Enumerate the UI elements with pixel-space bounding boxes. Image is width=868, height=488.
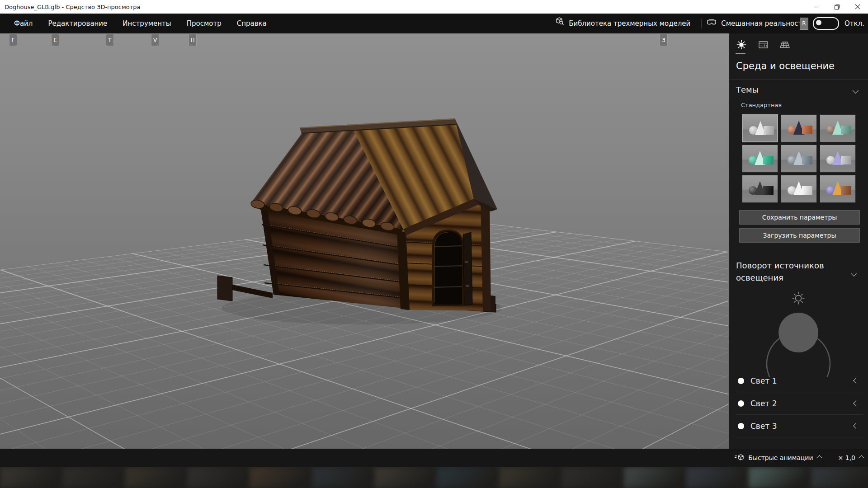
panel-title: Среда и освещение (736, 61, 835, 71)
key-hint-view: V (151, 34, 159, 46)
chevron-up-icon[interactable] (859, 455, 864, 461)
theme-tile-7[interactable] (742, 175, 778, 203)
theme-shape (764, 126, 774, 135)
chevron-left-icon[interactable] (853, 400, 859, 406)
panel-tabs (736, 39, 790, 51)
environment-panel: Среда и освещение Темы Стандартная Сохра… (729, 33, 868, 449)
restore-icon[interactable] (826, 0, 847, 14)
speed-control[interactable]: × 1,0 (838, 454, 863, 461)
key-hint-edit: E (51, 34, 59, 46)
animation-thumbnail[interactable] (62, 467, 125, 488)
menu-help[interactable]: Справка (229, 14, 274, 33)
menu-file[interactable]: Файл (6, 14, 40, 33)
menu-items: Файл Редактирование Инструменты Просмотр… (0, 14, 274, 33)
light-rotation-header-line2: освещения (736, 273, 783, 282)
library-label: Библиотека трехмерных моделей (569, 14, 690, 33)
animation-thumbnail[interactable] (686, 467, 749, 488)
divider (736, 437, 863, 437)
key-hint-file: F (9, 34, 17, 46)
theme-shape (802, 156, 812, 164)
stats-window-icon[interactable] (758, 39, 769, 51)
animation-thumbnail[interactable] (749, 467, 811, 488)
minimize-icon[interactable] (806, 0, 826, 14)
animation-thumbnail[interactable] (811, 467, 868, 488)
chevron-down-icon[interactable] (853, 88, 859, 94)
theme-shape (763, 186, 774, 195)
dial-knob[interactable] (778, 313, 818, 352)
close-icon[interactable] (847, 0, 868, 14)
bottom-bar: Быстрые анимации × 1,0 (0, 449, 868, 467)
window-title: Doghouse_GLB.glb - Средство 3D-просмотра (0, 4, 141, 10)
menu-tools[interactable]: Инструменты (115, 14, 179, 33)
theme-tile-6[interactable] (820, 145, 856, 173)
light-row-3[interactable]: Свет 3 (729, 415, 868, 437)
sun-handle-icon[interactable] (793, 292, 804, 304)
theme-tile-8[interactable] (781, 175, 817, 203)
theme-grid (742, 114, 856, 203)
menu-edit[interactable]: Редактирование (40, 14, 115, 33)
menubar: Файл Редактирование Инструменты Просмотр… (0, 14, 868, 33)
animation-thumbnail[interactable] (187, 467, 250, 488)
animation-thumbnail[interactable] (437, 467, 499, 488)
library-button[interactable]: Библиотека трехмерных моделей (548, 14, 697, 33)
light-label: Свет 1 (750, 376, 777, 385)
animation-thumbnail[interactable] (624, 467, 686, 488)
light-color-swatch[interactable] (738, 400, 744, 407)
chevron-up-icon[interactable] (816, 455, 822, 461)
theme-tile-2[interactable] (781, 114, 817, 142)
door-opening (433, 230, 463, 305)
3d-scene (0, 33, 729, 449)
light-color-swatch[interactable] (738, 423, 744, 429)
key-hint-help: H (189, 34, 197, 46)
save-settings-button[interactable]: Сохранить параметры (739, 210, 860, 225)
animation-thumbnail[interactable] (374, 467, 437, 488)
animation-thumbnail[interactable] (499, 467, 561, 488)
animation-thumbnail[interactable] (250, 467, 312, 488)
animation-thumbnail[interactable] (561, 467, 624, 488)
chevron-down-icon[interactable] (851, 271, 857, 277)
light-rotation-header-line1[interactable]: Поворот источников (736, 261, 824, 270)
window-controls (806, 0, 868, 14)
light-row-2[interactable]: Свет 2 (729, 392, 868, 414)
theme-selected-label: Стандартная (741, 102, 782, 108)
theme-tile-4[interactable] (742, 145, 778, 173)
theme-tile-9[interactable] (820, 175, 856, 203)
theme-shape (841, 126, 851, 134)
theme-tile-3[interactable] (820, 114, 856, 142)
chevron-left-icon[interactable] (853, 378, 859, 384)
light-label: Свет 2 (750, 399, 777, 408)
light-row-1[interactable]: Свет 1 (729, 370, 868, 392)
theme-tile-1[interactable] (742, 114, 778, 142)
panel-divider (729, 80, 868, 80)
animations-label: Быстрые анимации (748, 454, 813, 461)
light-color-swatch[interactable] (738, 378, 744, 384)
themes-header[interactable]: Темы (736, 85, 759, 94)
theme-shape (802, 186, 812, 195)
content-row: F E T V H 3 (0, 33, 868, 449)
animations-control[interactable]: Быстрые анимации (734, 453, 821, 463)
menu-view[interactable]: Просмотр (179, 14, 229, 33)
animated-cube-icon (734, 453, 744, 463)
hololens-icon (706, 18, 717, 29)
active-tab-indicator (736, 53, 745, 54)
theme-shape (802, 126, 812, 134)
animation-thumbnail[interactable] (0, 467, 62, 488)
mixed-reality-group: Смешанная реальность R Откл. (706, 17, 864, 30)
sun-icon[interactable] (736, 39, 747, 51)
theme-tile-5[interactable] (781, 145, 817, 173)
animation-thumbnail[interactable] (312, 467, 374, 488)
menubar-right: Библиотека трехмерных моделей Смешанная … (548, 14, 868, 33)
mixed-reality-state: Откл. (844, 19, 864, 28)
animation-thumbnail[interactable] (125, 467, 187, 488)
3d-viewport[interactable]: F E T V H 3 (0, 33, 729, 449)
light-rotation-dial[interactable] (729, 291, 868, 377)
doghouse-model[interactable] (217, 118, 502, 324)
chevron-left-icon[interactable] (853, 423, 859, 429)
speed-label: × 1,0 (838, 454, 855, 461)
cube-search-icon (555, 14, 565, 33)
load-settings-button[interactable]: Загрузить параметры (739, 228, 860, 243)
wireframe-grid-icon[interactable] (779, 39, 790, 51)
animation-filmstrip[interactable] (0, 467, 868, 488)
lights-list: Свет 1 Свет 2 Свет 3 (729, 370, 868, 437)
mixed-reality-toggle[interactable] (813, 17, 839, 30)
